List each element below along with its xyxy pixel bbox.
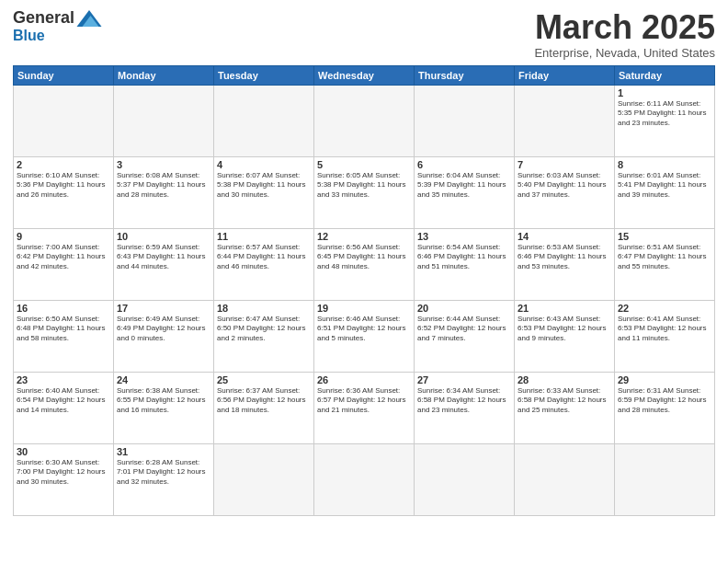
- day-info: Sunrise: 6:44 AM Sunset: 6:52 PM Dayligh…: [417, 315, 511, 344]
- day-number: 15: [618, 231, 711, 242]
- day-info: Sunrise: 6:33 AM Sunset: 6:58 PM Dayligh…: [518, 386, 611, 416]
- calendar-cell: 29Sunrise: 6:31 AM Sunset: 6:59 PM Dayli…: [615, 372, 715, 443]
- day-number: 10: [117, 231, 210, 242]
- day-info: Sunrise: 6:49 AM Sunset: 6:49 PM Dayligh…: [117, 315, 210, 344]
- day-info: Sunrise: 6:07 AM Sunset: 5:38 PM Dayligh…: [217, 171, 311, 201]
- calendar-week-4: 16Sunrise: 6:50 AM Sunset: 6:48 PM Dayli…: [14, 300, 715, 372]
- day-number: 19: [317, 303, 411, 314]
- day-info: Sunrise: 6:57 AM Sunset: 6:44 PM Dayligh…: [217, 243, 311, 272]
- day-info: Sunrise: 6:54 AM Sunset: 6:46 PM Dayligh…: [417, 243, 511, 272]
- calendar-header: SundayMondayTuesdayWednesdayThursdayFrid…: [14, 65, 715, 85]
- day-info: Sunrise: 6:05 AM Sunset: 5:38 PM Dayligh…: [317, 171, 411, 201]
- day-number: 16: [17, 303, 110, 314]
- weekday-wednesday: Wednesday: [314, 65, 415, 85]
- calendar-cell: 28Sunrise: 6:33 AM Sunset: 6:58 PM Dayli…: [515, 372, 615, 443]
- weekday-friday: Friday: [515, 65, 615, 85]
- calendar-week-3: 9Sunrise: 7:00 AM Sunset: 6:42 PM Daylig…: [14, 228, 715, 300]
- calendar-cell: 22Sunrise: 6:41 AM Sunset: 6:53 PM Dayli…: [615, 300, 715, 372]
- calendar-cell: 18Sunrise: 6:47 AM Sunset: 6:50 PM Dayli…: [214, 300, 314, 372]
- calendar-cell: 1Sunrise: 6:11 AM Sunset: 5:35 PM Daylig…: [615, 85, 715, 156]
- day-number: 11: [217, 231, 311, 242]
- calendar-cell: 14Sunrise: 6:53 AM Sunset: 6:46 PM Dayli…: [515, 228, 615, 300]
- day-number: 28: [518, 374, 611, 385]
- calendar-cell: 5Sunrise: 6:05 AM Sunset: 5:38 PM Daylig…: [314, 156, 415, 228]
- calendar-cell: 24Sunrise: 6:38 AM Sunset: 6:55 PM Dayli…: [114, 372, 214, 443]
- calendar-cell: [214, 85, 314, 156]
- calendar-body: 1Sunrise: 6:11 AM Sunset: 5:35 PM Daylig…: [14, 85, 715, 515]
- day-number: 17: [117, 303, 210, 314]
- day-number: 12: [317, 231, 411, 242]
- day-number: 6: [417, 159, 511, 170]
- day-info: Sunrise: 6:38 AM Sunset: 6:55 PM Dayligh…: [117, 386, 210, 416]
- calendar-cell: 10Sunrise: 6:59 AM Sunset: 6:43 PM Dayli…: [114, 228, 214, 300]
- day-info: Sunrise: 6:30 AM Sunset: 7:00 PM Dayligh…: [17, 458, 110, 488]
- day-number: 26: [317, 374, 411, 385]
- day-info: Sunrise: 6:59 AM Sunset: 6:43 PM Dayligh…: [117, 243, 210, 272]
- day-number: 29: [618, 374, 711, 385]
- calendar-cell: [415, 85, 515, 156]
- calendar-cell: 17Sunrise: 6:49 AM Sunset: 6:49 PM Dayli…: [114, 300, 214, 372]
- calendar-cell: 15Sunrise: 6:51 AM Sunset: 6:47 PM Dayli…: [615, 228, 715, 300]
- day-number: 23: [17, 374, 110, 385]
- day-info: Sunrise: 6:50 AM Sunset: 6:48 PM Dayligh…: [17, 315, 110, 344]
- day-info: Sunrise: 6:40 AM Sunset: 6:54 PM Dayligh…: [17, 386, 110, 416]
- day-number: 4: [217, 159, 311, 170]
- calendar-cell: 26Sunrise: 6:36 AM Sunset: 6:57 PM Dayli…: [314, 372, 415, 443]
- day-number: 3: [117, 159, 210, 170]
- calendar-cell: [214, 443, 314, 515]
- day-info: Sunrise: 6:56 AM Sunset: 6:45 PM Dayligh…: [317, 243, 411, 272]
- title-area: March 2025 Enterprise, Nevada, United St…: [534, 9, 715, 60]
- calendar-cell: 3Sunrise: 6:08 AM Sunset: 5:37 PM Daylig…: [114, 156, 214, 228]
- day-info: Sunrise: 6:08 AM Sunset: 5:37 PM Dayligh…: [117, 171, 210, 201]
- calendar-cell: 7Sunrise: 6:03 AM Sunset: 5:40 PM Daylig…: [515, 156, 615, 228]
- day-number: 24: [117, 374, 210, 385]
- day-number: 27: [417, 374, 511, 385]
- subtitle: Enterprise, Nevada, United States: [534, 46, 715, 60]
- day-number: 21: [518, 303, 611, 314]
- day-number: 14: [518, 231, 611, 242]
- day-info: Sunrise: 6:04 AM Sunset: 5:39 PM Dayligh…: [417, 171, 511, 201]
- calendar-cell: 4Sunrise: 6:07 AM Sunset: 5:38 PM Daylig…: [214, 156, 314, 228]
- calendar-cell: [515, 85, 615, 156]
- calendar-cell: 19Sunrise: 6:46 AM Sunset: 6:51 PM Dayli…: [314, 300, 415, 372]
- calendar-cell: 23Sunrise: 6:40 AM Sunset: 6:54 PM Dayli…: [14, 372, 114, 443]
- calendar-cell: 2Sunrise: 6:10 AM Sunset: 5:36 PM Daylig…: [14, 156, 114, 228]
- calendar-page: General Blue March 2025 Enterprise, Neva…: [0, 0, 728, 563]
- calendar-cell: 6Sunrise: 6:04 AM Sunset: 5:39 PM Daylig…: [415, 156, 515, 228]
- month-title: March 2025: [534, 9, 715, 46]
- day-info: Sunrise: 6:11 AM Sunset: 5:35 PM Dayligh…: [618, 99, 711, 129]
- day-info: Sunrise: 6:37 AM Sunset: 6:56 PM Dayligh…: [217, 386, 311, 416]
- day-info: Sunrise: 6:46 AM Sunset: 6:51 PM Dayligh…: [317, 315, 411, 344]
- logo-area: General Blue: [13, 9, 102, 43]
- calendar-cell: 11Sunrise: 6:57 AM Sunset: 6:44 PM Dayli…: [214, 228, 314, 300]
- day-number: 9: [17, 231, 110, 242]
- calendar-cell: 9Sunrise: 7:00 AM Sunset: 6:42 PM Daylig…: [14, 228, 114, 300]
- day-number: 8: [618, 159, 711, 170]
- day-info: Sunrise: 6:01 AM Sunset: 5:41 PM Dayligh…: [618, 171, 711, 201]
- day-number: 7: [518, 159, 611, 170]
- day-info: Sunrise: 6:10 AM Sunset: 5:36 PM Dayligh…: [17, 171, 110, 201]
- calendar-cell: [314, 443, 415, 515]
- day-info: Sunrise: 6:34 AM Sunset: 6:58 PM Dayligh…: [417, 386, 511, 416]
- day-info: Sunrise: 6:51 AM Sunset: 6:47 PM Dayligh…: [618, 243, 711, 272]
- day-number: 18: [217, 303, 311, 314]
- weekday-tuesday: Tuesday: [214, 65, 314, 85]
- weekday-sunday: Sunday: [14, 65, 114, 85]
- day-number: 31: [117, 446, 210, 457]
- day-info: Sunrise: 6:53 AM Sunset: 6:46 PM Dayligh…: [518, 243, 611, 272]
- calendar-table: SundayMondayTuesdayWednesdayThursdayFrid…: [13, 65, 715, 516]
- day-info: Sunrise: 7:00 AM Sunset: 6:42 PM Dayligh…: [17, 243, 110, 272]
- calendar-cell: 30Sunrise: 6:30 AM Sunset: 7:00 PM Dayli…: [14, 443, 114, 515]
- header: General Blue March 2025 Enterprise, Neva…: [13, 9, 715, 60]
- calendar-cell: [114, 85, 214, 156]
- day-number: 13: [417, 231, 511, 242]
- calendar-cell: 12Sunrise: 6:56 AM Sunset: 6:45 PM Dayli…: [314, 228, 415, 300]
- weekday-header-row: SundayMondayTuesdayWednesdayThursdayFrid…: [14, 65, 715, 85]
- calendar-cell: 16Sunrise: 6:50 AM Sunset: 6:48 PM Dayli…: [14, 300, 114, 372]
- calendar-cell: [515, 443, 615, 515]
- calendar-cell: 27Sunrise: 6:34 AM Sunset: 6:58 PM Dayli…: [415, 372, 515, 443]
- calendar-cell: [14, 85, 114, 156]
- calendar-cell: 31Sunrise: 6:28 AM Sunset: 7:01 PM Dayli…: [114, 443, 214, 515]
- day-number: 30: [17, 446, 110, 457]
- calendar-cell: [415, 443, 515, 515]
